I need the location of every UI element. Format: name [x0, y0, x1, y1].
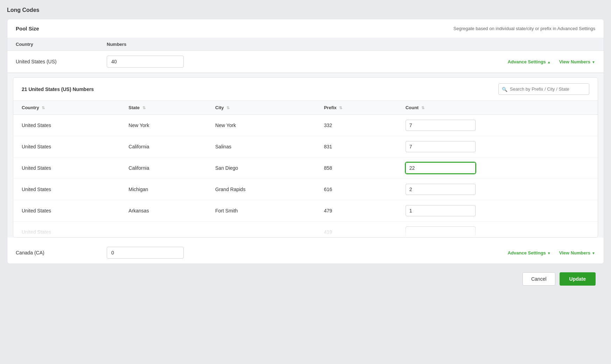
table-row: United States New York New York 332 — [13, 115, 598, 136]
city-sort-icon[interactable] — [225, 105, 230, 110]
cell-prefix-partial: 419 — [316, 222, 397, 238]
advance-settings-chevron-up-icon — [547, 59, 551, 64]
cell-state: California — [120, 136, 207, 158]
cell-country: United States — [13, 200, 120, 222]
numbers-inner-card: 21 United States (US) Numbers 🔍 Country — [13, 77, 598, 238]
ca-advance-settings-chevron-icon — [547, 250, 551, 255]
table-row: United States Arkansas Fort Smith 479 — [13, 200, 598, 222]
th-state: State — [120, 101, 207, 115]
footer-actions: Cancel Update — [7, 264, 604, 288]
cell-country: United States — [13, 179, 120, 200]
prefix-sort-icon[interactable] — [338, 105, 342, 110]
th-city: City — [207, 101, 316, 115]
us-pool-row: United States (US) Advance Settings View… — [7, 51, 604, 73]
page-title: Long Codes — [7, 7, 604, 13]
pool-table-header: Country Numbers — [7, 38, 604, 51]
ca-advance-settings-link[interactable]: Advance Settings — [508, 250, 551, 255]
cell-country: United States — [13, 136, 120, 158]
cell-count — [397, 158, 598, 179]
cell-city: Salinas — [207, 136, 316, 158]
count-input-partial[interactable] — [406, 226, 476, 237]
ca-numbers-input[interactable] — [107, 247, 184, 259]
col-country-header: Country — [16, 42, 107, 47]
cell-state: New York — [120, 115, 207, 136]
numbers-card-header: 21 United States (US) Numbers 🔍 — [13, 78, 598, 101]
count-input[interactable] — [406, 141, 476, 152]
cell-city: New York — [207, 115, 316, 136]
table-overflow-container: Country State City — [13, 101, 598, 237]
count-input[interactable] — [406, 184, 476, 195]
th-prefix: Prefix — [316, 101, 397, 115]
cell-prefix: 479 — [316, 200, 397, 222]
view-numbers-chevron-down-icon — [592, 59, 595, 64]
state-sort-icon[interactable] — [141, 105, 146, 110]
ca-view-numbers-chevron-icon — [592, 250, 595, 255]
table-row-partial: United States 419 — [13, 222, 598, 238]
page-container: Long Codes Pool Size Segregate based on … — [7, 7, 604, 288]
pool-size-header: Pool Size Segregate based on individual … — [7, 19, 604, 38]
us-row-actions: Advance Settings View Numbers — [508, 59, 595, 64]
cell-count — [397, 136, 598, 158]
cell-prefix: 332 — [316, 115, 397, 136]
table-row: United States California San Diego 858 — [13, 158, 598, 179]
table-header-row: Country State City — [13, 101, 598, 115]
cell-count — [397, 179, 598, 200]
ca-view-numbers-link[interactable]: View Numbers — [559, 250, 595, 255]
cell-prefix: 858 — [316, 158, 397, 179]
ca-pool-row: Canada (CA) Advance Settings View Number… — [7, 242, 604, 264]
cell-city: San Diego — [207, 158, 316, 179]
us-country-label: United States (US) — [16, 59, 101, 64]
cell-country: United States — [13, 115, 120, 136]
count-input[interactable] — [406, 120, 476, 131]
outer-card: Pool Size Segregate based on individual … — [7, 19, 604, 264]
search-icon: 🔍 — [502, 86, 507, 92]
us-view-numbers-link[interactable]: View Numbers — [559, 59, 595, 64]
cell-count — [397, 115, 598, 136]
cell-count — [397, 200, 598, 222]
ca-country-label: Canada (CA) — [16, 250, 101, 255]
cell-country: United States — [13, 158, 120, 179]
pool-size-title: Pool Size — [16, 26, 39, 31]
numbers-detail-section: 21 United States (US) Numbers 🔍 Country — [7, 73, 604, 238]
segregate-note: Segregate based on individual state/city… — [454, 26, 595, 31]
cell-state: Michigan — [120, 179, 207, 200]
cell-state: Arkansas — [120, 200, 207, 222]
cell-city: Fort Smith — [207, 200, 316, 222]
cell-count-partial — [397, 222, 598, 238]
cell-state: California — [120, 158, 207, 179]
ca-row-actions: Advance Settings View Numbers — [508, 250, 595, 255]
cancel-button[interactable]: Cancel — [522, 272, 555, 286]
cell-city: Grand Rapids — [207, 179, 316, 200]
th-country: Country — [13, 101, 120, 115]
table-row: United States Michigan Grand Rapids 616 — [13, 179, 598, 200]
cell-city-partial — [207, 222, 316, 238]
numbers-table: Country State City — [13, 101, 598, 237]
us-advance-settings-link[interactable]: Advance Settings — [508, 59, 551, 64]
table-row: United States California Salinas 831 — [13, 136, 598, 158]
cell-prefix: 616 — [316, 179, 397, 200]
count-sort-icon[interactable] — [420, 105, 424, 110]
country-sort-icon[interactable] — [40, 105, 45, 110]
cell-prefix: 831 — [316, 136, 397, 158]
col-numbers-header: Numbers — [107, 42, 595, 47]
count-input[interactable] — [406, 205, 476, 216]
count-input[interactable] — [406, 162, 476, 174]
us-numbers-input[interactable] — [107, 56, 184, 68]
cell-country-partial: United States — [13, 222, 120, 238]
search-wrapper: 🔍 — [498, 83, 589, 95]
search-input[interactable] — [498, 83, 589, 95]
numbers-count-label: 21 United States (US) Numbers — [22, 86, 94, 92]
cell-state-partial — [120, 222, 207, 238]
update-button[interactable]: Update — [560, 272, 596, 286]
th-count: Count — [397, 101, 598, 115]
